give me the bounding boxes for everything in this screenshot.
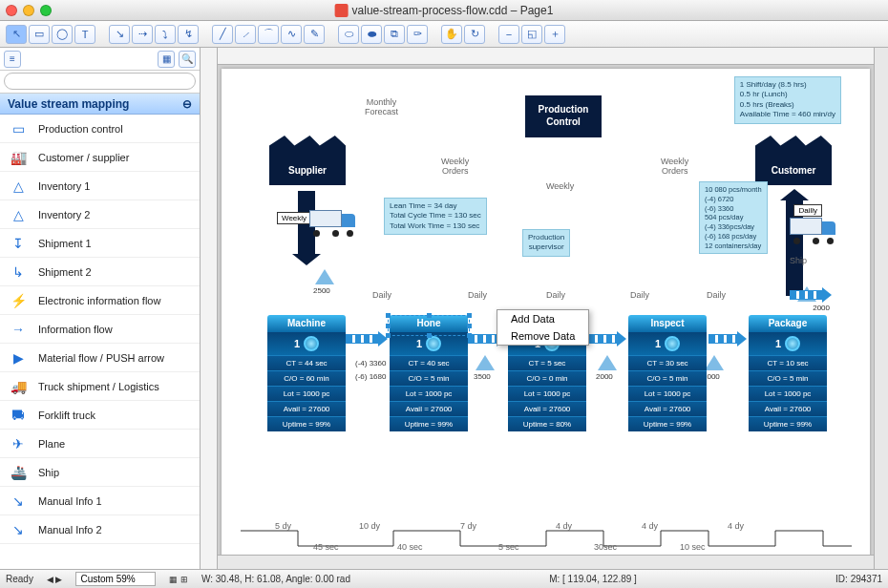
- inventory-2500-icon[interactable]: [315, 269, 334, 284]
- window-title: value-stream-process-flow.cdd – Page1: [335, 4, 554, 17]
- zoom-input[interactable]: [75, 572, 156, 586]
- shipment-daily-label[interactable]: Dailly: [793, 204, 822, 217]
- rect-tool[interactable]: ▭: [29, 25, 50, 44]
- process-box-Inspect[interactable]: Inspect1CT = 30 secC/O = 5 minLot = 1000…: [628, 315, 707, 431]
- zoom-fit-button[interactable]: ◱: [521, 25, 542, 44]
- zoom-window-button[interactable]: [40, 5, 52, 16]
- volume-box[interactable]: 10 080 pcs/month (-4) 6720 (-6) 3360 504…: [699, 181, 768, 254]
- connector-tool-3[interactable]: ⤵: [155, 25, 176, 44]
- daily-label-5[interactable]: Daily: [707, 290, 726, 300]
- connector-tool-4[interactable]: ↯: [178, 25, 199, 44]
- horizontal-ruler: [218, 48, 874, 65]
- context-add-data[interactable]: Add Data: [497, 310, 588, 327]
- inventory-2000a-icon[interactable]: [598, 355, 617, 370]
- ship-label[interactable]: Ship: [790, 256, 807, 265]
- pointer-tool[interactable]: ↖: [6, 25, 27, 44]
- region-tool-2[interactable]: ⬬: [361, 25, 382, 44]
- stencil-item-icon: →: [6, 319, 31, 340]
- vertical-scrollbar[interactable]: [874, 48, 888, 569]
- shift-info-box[interactable]: 1 Shift/day (8.5 hrs) 0.5 hr (Lunch) 0.5…: [734, 76, 841, 124]
- lead-time-ladder[interactable]: [241, 519, 852, 557]
- drawing-canvas[interactable]: Monthly Forecast Monthly Forecast 1 Shif…: [222, 69, 870, 565]
- stencil-header[interactable]: Value stream mapping ⊖: [0, 94, 200, 115]
- stencil-item[interactable]: ↧Shipment 1: [0, 229, 200, 258]
- context-menu: Add Data Remove Data: [497, 309, 589, 346]
- ellipse-tool[interactable]: ◯: [52, 25, 73, 44]
- search-input[interactable]: [4, 73, 196, 90]
- timeline-bot-0: 45 sec: [313, 542, 339, 552]
- eyedropper-tool[interactable]: ✑: [407, 25, 428, 44]
- timeline-bot-4: 10 sec: [680, 542, 706, 552]
- stencil-item-label: Information flow: [38, 324, 113, 335]
- pan-tool[interactable]: ✋: [441, 25, 462, 44]
- rotate-tool[interactable]: ↻: [464, 25, 485, 44]
- stencil-item[interactable]: ⚡Electronic information flow: [0, 286, 200, 315]
- close-window-button[interactable]: [6, 5, 17, 16]
- stencil-item-icon: ▶: [6, 347, 31, 368]
- arc-tool[interactable]: ⌒: [258, 25, 279, 44]
- stencil-item[interactable]: →Information flow: [0, 315, 200, 344]
- label-weekly-orders-2[interactable]: Weekly Orders: [661, 157, 688, 176]
- minimize-window-button[interactable]: [23, 5, 34, 16]
- inventory-2500-value: 2500: [313, 286, 330, 295]
- inventory-3500-icon[interactable]: [476, 355, 495, 370]
- daily-label-3[interactable]: Daily: [546, 290, 565, 300]
- stencil-item[interactable]: 🚚Truck shipment / Logistics: [0, 372, 200, 401]
- daily-label-4[interactable]: Daily: [630, 290, 649, 300]
- search-toggle-icon[interactable]: 🔍: [179, 51, 196, 68]
- stencil-item-label: Inventory 1: [38, 180, 90, 192]
- timeline-top-5: 4 dy: [728, 521, 744, 531]
- label-weekly-orders-1[interactable]: Weekly Orders: [441, 157, 469, 176]
- process-box-Package[interactable]: Package1CT = 10 secC/O = 5 minLot = 1000…: [749, 315, 827, 431]
- line-tool[interactable]: ╱: [212, 25, 233, 44]
- polyline-tool[interactable]: ⟋: [235, 25, 256, 44]
- stencil-item[interactable]: ▶Material flow / PUSH arrow: [0, 344, 200, 372]
- stencil-item[interactable]: ▭Production control: [0, 115, 200, 143]
- label-monthly-forecast-1[interactable]: Monthly Forecast: [365, 97, 398, 116]
- window-title-text: value-stream-process-flow.cdd – Page1: [352, 4, 554, 17]
- process-box-Machine[interactable]: Machine1CT = 44 secC/O = 60 minLot = 100…: [267, 315, 346, 431]
- process-box-Hone[interactable]: Hone1CT = 40 secC/O = 5 minLot = 1000 pc…: [390, 315, 468, 431]
- region-tool-1[interactable]: ⬭: [338, 25, 359, 44]
- stencil-item[interactable]: ✈Plane: [0, 430, 200, 458]
- supplier-shape[interactable]: Supplier: [269, 136, 346, 185]
- stencil-item[interactable]: ↳Shipment 2: [0, 258, 200, 286]
- connector-tool-1[interactable]: ↘: [109, 25, 130, 44]
- canvas-area: Monthly Forecast Monthly Forecast 1 Shif…: [201, 48, 888, 569]
- zoom-out-button[interactable]: −: [498, 25, 519, 44]
- supplier-label: Supplier: [269, 160, 346, 185]
- daily-label-2[interactable]: Daily: [468, 290, 487, 300]
- customer-shape[interactable]: Customer: [755, 136, 832, 185]
- stencil-item[interactable]: ↘Manual Info 1: [0, 487, 200, 515]
- stencil-item[interactable]: 🏭Customer / supplier: [0, 143, 200, 172]
- production-supervisor-box[interactable]: Production supervisor: [522, 229, 570, 257]
- stencil-item-label: Manual Info 2: [38, 524, 102, 536]
- timeline-top-1: 10 dy: [359, 521, 380, 531]
- supplier-truck-icon[interactable]: [309, 210, 355, 237]
- stencil-item[interactable]: △Inventory 2: [0, 200, 200, 229]
- stencil-item[interactable]: △Inventory 1: [0, 172, 200, 200]
- customer-truck-icon[interactable]: [790, 218, 835, 244]
- crop-tool[interactable]: ⧉: [384, 25, 405, 44]
- text-tool[interactable]: T: [74, 25, 95, 44]
- stencil-item[interactable]: 🚢Ship: [0, 458, 200, 487]
- production-control-box[interactable]: Production Control: [525, 95, 602, 137]
- stencil-item-icon: ↧: [6, 233, 31, 254]
- connector-tool-2[interactable]: ⇢: [132, 25, 153, 44]
- shipment-weekly-label[interactable]: Weekly: [277, 212, 311, 224]
- label-weekly[interactable]: Weekly: [546, 181, 574, 191]
- lead-time-box[interactable]: Lean Time = 34 day Total Cycle Time = 13…: [384, 198, 487, 235]
- freehand-tool[interactable]: ✎: [304, 25, 325, 44]
- status-mouse-position: M: [ 119.04, 122.89 ]: [549, 574, 637, 584]
- stencil-item[interactable]: ⛟Forklift truck: [0, 401, 200, 430]
- curve-tool[interactable]: ∿: [281, 25, 302, 44]
- library-view-icon[interactable]: ≡: [4, 51, 21, 68]
- stencil-item-icon: ⚡: [6, 290, 31, 311]
- context-remove-data[interactable]: Remove Data: [497, 327, 588, 345]
- grid-view-icon[interactable]: ▦: [158, 51, 175, 68]
- daily-label-1[interactable]: Daily: [372, 290, 391, 300]
- inventory-2000b-icon[interactable]: [705, 355, 724, 370]
- horizontal-scrollbar[interactable]: [218, 555, 874, 569]
- zoom-in-button[interactable]: ＋: [544, 25, 565, 44]
- stencil-item[interactable]: ↘Manual Info 2: [0, 515, 200, 544]
